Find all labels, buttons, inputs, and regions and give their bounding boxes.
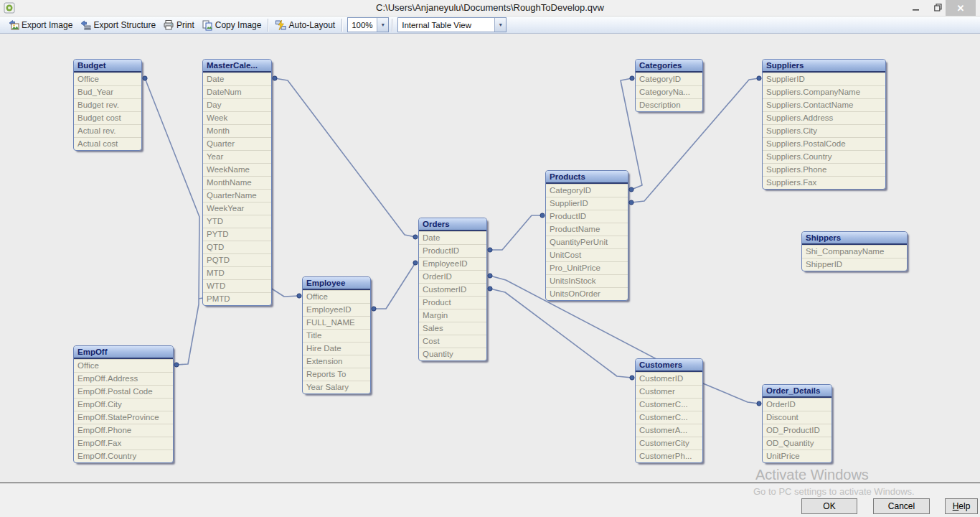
table-field: Reports To [303, 368, 370, 381]
title-bar: C:\Users\Anjaneyulu\Documents\RoughToDev… [0, 0, 980, 17]
table-field: UnitPrice [763, 450, 831, 462]
table-field: Margin [419, 309, 486, 322]
view-mode-value: Internal Table View [398, 21, 494, 29]
table-shippers[interactable]: ShippersShi_CompanayNameShipperID [801, 231, 908, 271]
table-title[interactable]: Orders [419, 218, 486, 231]
table-products[interactable]: ProductsCategoryIDSupplierIDProductIDPro… [545, 170, 628, 301]
table-field: Bud_Year [74, 85, 141, 98]
table-field: MTD [203, 266, 271, 279]
table-title[interactable]: Shippers [802, 232, 907, 245]
table-field: Sales [419, 322, 486, 335]
table-field: CategoryID [546, 184, 628, 197]
table-title[interactable]: Budget [74, 60, 141, 73]
table-field: OrderID [419, 270, 486, 283]
table-field: Year Salary [303, 381, 370, 393]
auto-layout-button[interactable]: Auto-Layout [271, 19, 339, 32]
table-field: CustomerA... [636, 424, 702, 437]
window-title: C:\Users\Anjaneyulu\Documents\RoughToDev… [0, 0, 980, 16]
table-title[interactable]: Suppliers [763, 60, 885, 73]
copy-image-icon [202, 19, 213, 31]
table-field: Product [419, 296, 486, 309]
table-title[interactable]: Categories [636, 60, 702, 73]
table-field: UnitCost [546, 248, 628, 261]
table-title[interactable]: Products [546, 171, 628, 184]
table-field: Quantity [419, 348, 486, 360]
close-button[interactable]: ✕ [946, 0, 976, 16]
table-field: EmpOff.City [74, 398, 173, 411]
table-field: Office [74, 73, 141, 85]
table-field: CustomerC... [636, 398, 702, 411]
table-field: ProductID [546, 210, 628, 223]
table-field: EmpOff.Country [74, 450, 173, 462]
table-field: Cost [419, 335, 486, 348]
table-field: Week [203, 111, 271, 124]
toolbar-button-label: Auto-Layout [288, 20, 335, 30]
table-field: Date [419, 231, 486, 244]
cancel-button[interactable]: Cancel [873, 498, 930, 514]
qlikview-table-viewer-window: C:\Users\Anjaneyulu\Documents\RoughToDev… [0, 0, 980, 517]
table-mastercale-[interactable]: MasterCale...DateDateNumDayWeekMonthQuar… [202, 59, 272, 306]
table-field: Discount [763, 411, 831, 424]
export-structure-button[interactable]: Export Structure [76, 19, 159, 32]
table-field: Hire Date [303, 342, 370, 355]
table-field: Shi_CompanayName [802, 245, 907, 258]
table-field: ShipperID [802, 258, 907, 271]
copy-image-button[interactable]: Copy Image [198, 19, 265, 32]
chevron-down-icon[interactable]: ▾ [377, 18, 388, 32]
ok-button[interactable]: OK [801, 498, 857, 514]
table-field: Suppliers.City [763, 124, 885, 137]
table-field: Suppliers.Phone [763, 163, 885, 176]
table-title[interactable]: Customers [636, 359, 702, 372]
table-field: Day [203, 98, 271, 111]
table-field: CategoryNa... [636, 85, 702, 98]
table-field: SupplierID [546, 197, 628, 210]
table-field: Year [203, 150, 271, 163]
table-categories[interactable]: CategoriesCategoryIDCategoryNa...Descrip… [635, 59, 703, 112]
table-field: PMTD [203, 292, 271, 305]
table-field: Description [636, 98, 702, 111]
toolbar-button-label: Export Image [22, 20, 72, 30]
table-field: EmpOff.Fax [74, 437, 173, 450]
table-field: Suppliers.CompanyName [763, 85, 885, 98]
table-title[interactable]: Employee [303, 277, 370, 290]
view-mode-select[interactable]: Internal Table View ▾ [397, 17, 507, 32]
table-field: UnitsOnOrder [546, 287, 628, 300]
toolbar: Export ImageExport StructurePrintCopy Im… [0, 17, 980, 34]
table-suppliers[interactable]: SuppliersSupplierIDSuppliers.CompanyName… [762, 59, 886, 190]
table-field: CustomerC... [636, 411, 702, 424]
toolbar-button-label: Print [176, 20, 194, 30]
table-field: DateNum [203, 85, 271, 98]
print-button[interactable]: Print [159, 19, 198, 32]
table-field: PQTD [203, 253, 271, 266]
table-field: UnitsInStock [546, 274, 628, 287]
table-field: Title [303, 329, 370, 342]
export-image-button[interactable]: Export Image [4, 19, 76, 32]
table-field: Actual rev. [74, 124, 141, 137]
minimize-button[interactable] [905, 0, 927, 15]
table-field: Customer [636, 385, 702, 398]
toolbar-button-label: Copy Image [215, 20, 262, 30]
zoom-level-select[interactable]: 100% ▾ [347, 17, 389, 32]
toolbar-separator [268, 19, 268, 32]
table-employee[interactable]: EmployeeOfficeEmployeeIDFULL_NAMETitleHi… [302, 276, 371, 394]
table-empoff[interactable]: EmpOffOfficeEmpOff.AddressEmpOff.Postal … [73, 345, 174, 463]
zoom-level-value: 100% [348, 21, 377, 29]
table-field: Office [303, 290, 370, 303]
table-title[interactable]: Order_Details [763, 385, 831, 398]
table-title[interactable]: EmpOff [74, 346, 173, 359]
table-field: CustomerID [636, 372, 702, 385]
table-field: EmpOff.StateProvince [74, 411, 173, 424]
activate-windows-watermark-sub: Go to PC settings to activate Windows. [753, 486, 915, 497]
table-order-details[interactable]: Order_DetailsOrderIDDiscountOD_ProductID… [762, 384, 832, 463]
auto-layout-icon [275, 19, 286, 31]
table-orders[interactable]: OrdersDateProductIDEmployeeIDOrderIDCust… [418, 218, 487, 361]
table-budget[interactable]: BudgetOfficeBud_YearBudget rev.Budget co… [73, 59, 142, 151]
table-field: YTD [203, 215, 271, 228]
chevron-down-icon[interactable]: ▾ [494, 18, 506, 32]
table-field: QuarterName [203, 189, 271, 202]
help-button[interactable]: Help [945, 498, 978, 514]
table-field: WTD [203, 279, 271, 292]
table-field: EmployeeID [419, 257, 486, 270]
table-title[interactable]: MasterCale... [203, 60, 271, 73]
table-customers[interactable]: CustomersCustomerIDCustomerCustomerC...C… [635, 358, 703, 463]
